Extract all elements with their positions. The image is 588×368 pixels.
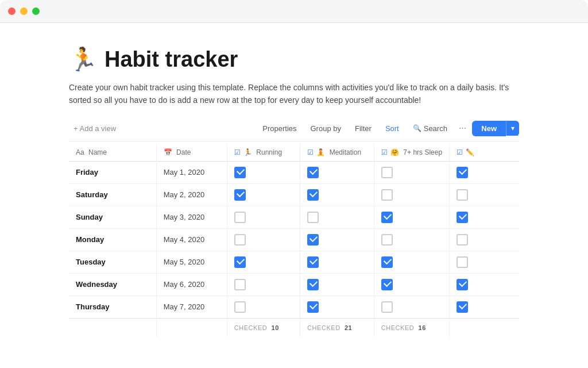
table-row: ThursdayMay 7, 2020 bbox=[69, 296, 519, 318]
checkbox-sleep[interactable] bbox=[381, 234, 393, 246]
col-header-sleep: ☑ 🤗 7+ hrs Sleep bbox=[374, 144, 449, 162]
checkbox-meditation[interactable] bbox=[307, 234, 319, 246]
checkbox-icon-sleep: ☑ bbox=[381, 148, 388, 156]
cell-date: May 4, 2020 bbox=[156, 228, 227, 251]
extra-emoji: ✏️ bbox=[466, 148, 474, 156]
sleep-emoji: 🤗 bbox=[390, 148, 399, 156]
checkbox-icon-extra: ☑ bbox=[457, 148, 463, 156]
cell-date: May 3, 2020 bbox=[156, 206, 227, 228]
group-by-label: Group by bbox=[311, 124, 341, 133]
search-icon: 🔍 bbox=[413, 124, 421, 132]
cell-meditation bbox=[300, 296, 374, 318]
cell-meditation bbox=[300, 206, 374, 228]
checkbox-sleep[interactable] bbox=[381, 301, 393, 313]
cell-meditation bbox=[300, 228, 374, 251]
toolbar: + Add a view Properties Group by Filter … bbox=[69, 121, 519, 141]
new-button-group: New ▾ bbox=[472, 121, 519, 136]
page-emoji: 🏃 bbox=[69, 46, 98, 73]
checkbox-meditation[interactable] bbox=[307, 189, 319, 201]
cell-sleep bbox=[374, 296, 449, 318]
minimize-button[interactable] bbox=[20, 7, 28, 15]
footer-name-cell bbox=[69, 318, 156, 337]
cell-running bbox=[227, 251, 300, 273]
table-header-row: Aa Name 📅 Date ☑ 🏃 Running ☑ 🧘 bbox=[69, 144, 519, 162]
cell-date: May 7, 2020 bbox=[156, 296, 227, 318]
content-area: 🏃 Habit tracker Create your own habit tr… bbox=[0, 23, 588, 337]
checkbox-sleep[interactable] bbox=[381, 279, 393, 290]
titlebar bbox=[0, 0, 588, 23]
checkbox-sleep[interactable] bbox=[381, 189, 393, 201]
checkbox-extra[interactable] bbox=[457, 234, 468, 246]
cell-extra bbox=[450, 228, 519, 251]
checkbox-icon-meditation: ☑ bbox=[307, 148, 314, 156]
maximize-button[interactable] bbox=[32, 7, 40, 15]
checkbox-running[interactable] bbox=[234, 301, 246, 313]
sort-button[interactable]: Sort bbox=[380, 121, 405, 136]
table-row: FridayMay 1, 2020 bbox=[69, 161, 519, 183]
checkbox-running[interactable] bbox=[234, 167, 246, 178]
close-button[interactable] bbox=[8, 7, 16, 15]
cell-name: Monday bbox=[69, 228, 156, 251]
table-row: MondayMay 4, 2020 bbox=[69, 228, 519, 251]
add-view-label: + Add a view bbox=[74, 124, 116, 133]
cell-meditation bbox=[300, 251, 374, 273]
page-description: Create your own habit tracker using this… bbox=[69, 81, 517, 107]
col-header-date: 📅 Date bbox=[156, 144, 227, 162]
cell-running bbox=[227, 273, 300, 296]
more-options-button[interactable]: ··· bbox=[455, 121, 470, 136]
cell-running bbox=[227, 183, 300, 206]
checkbox-running[interactable] bbox=[234, 212, 246, 223]
properties-button[interactable]: Properties bbox=[257, 121, 302, 136]
meditation-emoji: 🧘 bbox=[316, 148, 325, 156]
checkbox-running[interactable] bbox=[234, 279, 246, 290]
cell-meditation bbox=[300, 183, 374, 206]
checkbox-extra[interactable] bbox=[457, 301, 468, 313]
cell-date: May 1, 2020 bbox=[156, 161, 227, 183]
checkbox-sleep[interactable] bbox=[381, 167, 393, 178]
checkbox-extra[interactable] bbox=[457, 167, 468, 178]
checkbox-sleep[interactable] bbox=[381, 256, 393, 268]
sort-label: Sort bbox=[385, 124, 399, 133]
text-icon: Aa bbox=[76, 148, 84, 156]
col-header-extra: ☑ ✏️ bbox=[450, 144, 519, 162]
table-row: WednesdayMay 6, 2020 bbox=[69, 273, 519, 296]
checkbox-extra[interactable] bbox=[457, 189, 468, 201]
running-emoji: 🏃 bbox=[243, 148, 252, 156]
table-footer-row: CHECKED 10 CHECKED 21 CHECKED 16 bbox=[69, 318, 519, 337]
cell-sleep bbox=[374, 161, 449, 183]
filter-button[interactable]: Filter bbox=[349, 121, 377, 136]
page-header: 🏃 Habit tracker bbox=[69, 46, 519, 73]
checkbox-extra[interactable] bbox=[457, 212, 468, 223]
footer-extra-cell bbox=[450, 318, 519, 337]
cell-name: Sunday bbox=[69, 206, 156, 228]
cell-running bbox=[227, 296, 300, 318]
checkbox-running[interactable] bbox=[234, 234, 246, 246]
table-row: TuesdayMay 5, 2020 bbox=[69, 251, 519, 273]
checkbox-meditation[interactable] bbox=[307, 212, 319, 223]
checkbox-meditation[interactable] bbox=[307, 167, 319, 178]
checkbox-running[interactable] bbox=[234, 189, 246, 201]
page-title: Habit tracker bbox=[105, 47, 238, 72]
footer-meditation-cell: CHECKED 21 bbox=[300, 318, 374, 337]
add-view-button[interactable]: + Add a view bbox=[69, 122, 121, 135]
cell-extra bbox=[450, 206, 519, 228]
cell-extra bbox=[450, 183, 519, 206]
checkbox-extra[interactable] bbox=[457, 256, 468, 268]
new-button-arrow[interactable]: ▾ bbox=[506, 121, 519, 136]
checkbox-sleep[interactable] bbox=[381, 212, 393, 223]
cell-extra bbox=[450, 273, 519, 296]
checkbox-icon-running: ☑ bbox=[234, 148, 241, 156]
cell-sleep bbox=[374, 273, 449, 296]
search-button[interactable]: 🔍 Search bbox=[407, 121, 453, 136]
group-by-button[interactable]: Group by bbox=[305, 121, 347, 136]
checkbox-meditation[interactable] bbox=[307, 279, 319, 290]
cell-name: Friday bbox=[69, 161, 156, 183]
checkbox-running[interactable] bbox=[234, 256, 246, 268]
new-button[interactable]: New bbox=[472, 121, 506, 136]
checkbox-extra[interactable] bbox=[457, 279, 468, 290]
checkbox-meditation[interactable] bbox=[307, 256, 319, 268]
cell-name: Saturday bbox=[69, 183, 156, 206]
col-header-running: ☑ 🏃 Running bbox=[227, 144, 300, 162]
filter-label: Filter bbox=[355, 124, 372, 133]
checkbox-meditation[interactable] bbox=[307, 301, 319, 313]
